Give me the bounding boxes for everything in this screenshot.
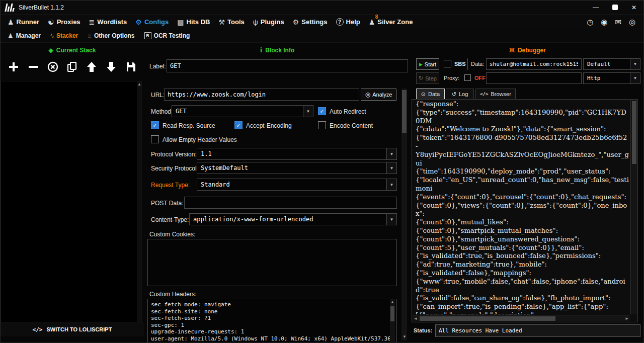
clone-block-button[interactable] (65, 60, 79, 74)
proxies-icon: ☯ (48, 18, 54, 26)
menu-item-wordlists[interactable]: ≣Wordlists (89, 18, 127, 26)
subtab-manager[interactable]: ♟Manager (8, 32, 41, 40)
label-field-label: Label: (149, 63, 166, 70)
request-type-dropdown[interactable]: Standard ▼ (197, 179, 397, 191)
chevron-down-icon: ▼ (386, 214, 396, 225)
stack-toolbar (7, 57, 138, 77)
step-button-label: Step (425, 75, 437, 81)
remove-block-button[interactable] (26, 60, 40, 74)
menu-item-runner[interactable]: ♟Runner (8, 18, 39, 26)
proxy-type-value: Http (584, 73, 630, 83)
auto-redirect-checkbox[interactable]: ✓ (318, 107, 326, 115)
scroll-up-icon[interactable]: ▲ (390, 300, 394, 304)
wordlist-type-dropdown[interactable]: Default ▼ (583, 58, 640, 70)
analyze-button[interactable]: ◎ Analyze (361, 89, 396, 101)
encode-content-checkbox[interactable] (318, 121, 326, 129)
minimize-button[interactable]: — (586, 1, 605, 15)
tools-icon: ⚒ (218, 18, 225, 26)
headers-scroll-thumb[interactable] (390, 306, 394, 321)
info-icon: i (260, 47, 263, 54)
read-resp-source-checkbox[interactable]: ✓ (151, 121, 159, 129)
subtab-ocr-testing[interactable]: ROCR Testing (144, 32, 190, 39)
log-vertical-scrollbar[interactable] (630, 100, 637, 314)
encode-content-label: Encode Content (330, 122, 373, 129)
headers-scrollbar[interactable]: ▲ (390, 299, 395, 343)
add-block-button[interactable] (7, 60, 21, 74)
close-button[interactable]: ✕ (624, 1, 643, 15)
accept-encoding-checkbox[interactable]: ✓ (234, 121, 243, 129)
start-button[interactable]: ▶ Start (416, 58, 439, 70)
subtab-stacker[interactable]: ϟStacker (50, 32, 78, 40)
debugger-log-box[interactable]: {"response": {"type":"success","timestam… (412, 99, 638, 322)
security-protocol-dropdown[interactable]: SystemDefault ▼ (197, 162, 397, 174)
menu-item-help[interactable]: ?Help (336, 18, 360, 26)
stack-list[interactable]: ▲ (1, 81, 142, 322)
sbs-label: SBS (454, 61, 466, 67)
menu-item-silver-zone[interactable]: 8♟Silver Zone (369, 18, 413, 26)
log-vscroll-thumb[interactable] (632, 101, 636, 164)
protocol-version-dropdown[interactable]: 1.1 ▼ (197, 148, 397, 160)
camera-icon[interactable]: ◉ (601, 18, 607, 27)
menu-item-settings[interactable]: ⚙Settings (293, 18, 328, 26)
sbs-checkbox[interactable] (444, 60, 451, 67)
data-input[interactable] (486, 58, 582, 70)
chevron-down-icon: ▼ (303, 106, 313, 117)
analyze-icon: ◎ (365, 91, 370, 98)
move-down-button[interactable] (104, 60, 118, 74)
mid-scroll-thumb[interactable] (402, 90, 407, 133)
label-input[interactable] (167, 59, 408, 72)
debugger-panel: Ж Debugger ▶ Start SBS Data: Default ▼ ↻… (411, 43, 644, 343)
menu-label: Tools (227, 18, 245, 26)
move-up-button[interactable] (85, 60, 99, 74)
menu-item-hits-db[interactable]: ▤Hits DB (177, 18, 210, 26)
switch-to-loliscript-button[interactable]: </> SWITCH TO LOLISCRIPT (1, 322, 144, 336)
menu-label: Help (346, 18, 360, 26)
proxy-off-label: OFF (474, 75, 486, 81)
content-type-dropdown[interactable]: application/x-www-form-urlencoded ▼ (189, 213, 397, 225)
tab-data[interactable]: ⊙ Data (416, 89, 445, 100)
proxy-input[interactable] (486, 72, 582, 84)
history-icon[interactable]: ◷ (587, 18, 593, 27)
proxy-type-dropdown[interactable]: Http ▼ (583, 72, 640, 84)
menu-item-proxies[interactable]: ☯Proxies (48, 18, 80, 26)
mid-scrollbar[interactable]: ▼ (401, 89, 407, 340)
read-resp-source-label: Read Resp. Source (163, 122, 215, 129)
scroll-left-icon[interactable]: ◄ (414, 317, 418, 321)
start-button-label: Start (425, 61, 436, 67)
url-input[interactable] (164, 89, 359, 101)
menu-item-tools[interactable]: ⚒Tools (218, 18, 244, 26)
allow-empty-header-values-checkbox[interactable] (151, 135, 159, 143)
scroll-right-icon[interactable]: ► (625, 317, 629, 321)
custom-headers-textarea[interactable]: sec-fetch-mode: navigate sec-fetch-site:… (147, 299, 397, 343)
chat-icon[interactable]: ✉ (615, 18, 621, 27)
post-data-input[interactable] (184, 197, 397, 209)
subtab-other-options[interactable]: ≡Other Options (88, 32, 134, 40)
scroll-up-icon[interactable]: ▲ (137, 82, 141, 87)
stack-scrollbar[interactable]: ▲ (137, 81, 141, 322)
custom-cookies-textarea[interactable] (147, 239, 397, 286)
disable-block-button[interactable] (46, 60, 60, 74)
block-info-panel: i Block Info Label: URL: ◎ Analyze Metho… (144, 43, 411, 343)
menu-item-plugins[interactable]: ψPlugins (253, 18, 284, 26)
menu-item-configs[interactable]: ⚙Configs (135, 18, 169, 26)
log-hscroll-thumb[interactable] (420, 316, 555, 321)
tab-browser[interactable]: </> Browser (475, 89, 516, 100)
scroll-down-icon[interactable]: ▼ (403, 335, 407, 339)
method-dropdown[interactable]: GET ▼ (172, 105, 313, 117)
settings-icon: ⚙ (293, 18, 299, 26)
proxy-checkbox[interactable] (464, 74, 471, 81)
maximize-button[interactable] (605, 1, 624, 15)
log-horizontal-scrollbar[interactable]: ◄ ► (413, 315, 630, 321)
tab-log[interactable]: ↺ Log (446, 89, 474, 100)
step-button[interactable]: ↻ Step (416, 72, 439, 84)
protocol-version-value: 1.1 (197, 148, 386, 159)
save-stack-button[interactable] (124, 60, 138, 74)
protocol-version-label: Protocol Version: (151, 151, 197, 158)
tab-label: Data (428, 91, 440, 97)
menu-label: Settings (301, 18, 327, 26)
chevron-down-icon: ▼ (386, 162, 396, 174)
runner-icon: ♟ (8, 18, 14, 26)
disc-icon[interactable]: ◎ (629, 18, 635, 27)
ocr-icon: R (144, 32, 151, 39)
help-icon: ? (336, 18, 344, 26)
